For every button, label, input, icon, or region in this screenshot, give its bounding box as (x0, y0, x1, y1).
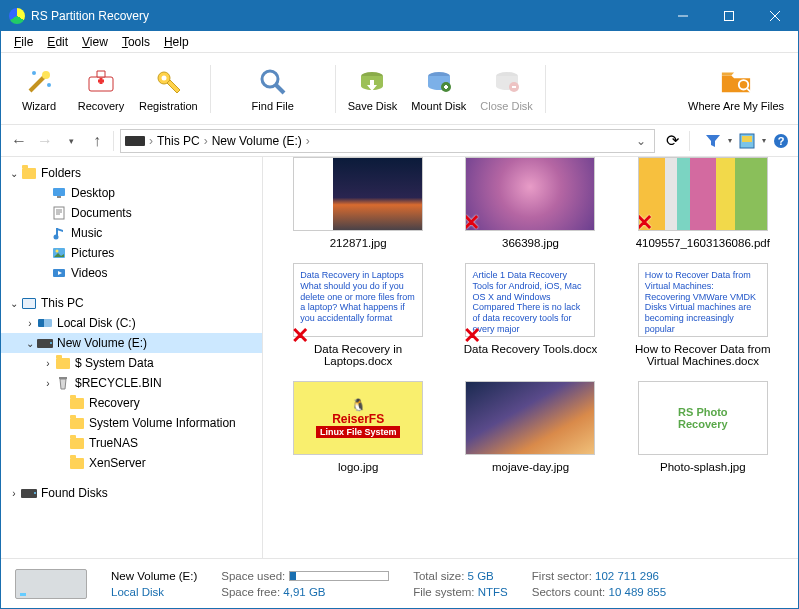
thumbnail: 🐧ReiserFSLinux File System (293, 381, 423, 455)
history-dropdown[interactable]: ▾ (61, 131, 81, 151)
menubar: File Edit View Tools Help (1, 31, 798, 53)
status-fs-label: File system: (413, 586, 474, 598)
file-caption: How to Recover Data from Virtual Machine… (628, 343, 778, 367)
find-file-button[interactable]: Find File (243, 62, 303, 116)
tree-this-pc[interactable]: ⌄This PC (1, 293, 262, 313)
file-caption: mojave-day.jpg (492, 461, 569, 473)
mount-disk-button[interactable]: Mount Disk (405, 62, 472, 116)
back-button[interactable]: ← (9, 131, 29, 151)
status-count-label: Sectors count: (532, 586, 606, 598)
thumbnail: Data Recovery in Laptops What should you… (293, 263, 423, 337)
file-item[interactable]: 🐧ReiserFSLinux File System logo.jpg (279, 381, 437, 473)
tree-local-disk[interactable]: ›Local Disk (C:) (1, 313, 262, 333)
svg-rect-18 (53, 188, 65, 196)
tree-system-data[interactable]: ›$ System Data (1, 353, 262, 373)
chevron-right-icon: › (204, 134, 208, 148)
menu-help[interactable]: Help (157, 33, 196, 51)
file-item[interactable]: Data Recovery in Laptops What should you… (279, 263, 437, 367)
recycle-icon (55, 375, 71, 391)
up-button[interactable]: ↑ (87, 131, 107, 151)
svg-rect-15 (742, 136, 752, 142)
space-meter (289, 571, 389, 581)
disk-icon (21, 485, 37, 501)
svg-point-2 (32, 71, 36, 75)
deleted-icon: ✕ (463, 325, 481, 371)
pc-icon (21, 295, 37, 311)
file-item[interactable]: RS Photo Recovery Photo-splash.jpg (624, 381, 782, 473)
svg-text:?: ? (778, 135, 785, 147)
tree-pictures[interactable]: ›Pictures (1, 243, 262, 263)
menu-edit[interactable]: Edit (40, 33, 75, 51)
filter-button[interactable] (704, 132, 722, 150)
tree-new-volume[interactable]: ⌄New Volume (E:) (1, 333, 262, 353)
thumbnail: ✕ (638, 157, 768, 231)
menu-view[interactable]: View (75, 33, 115, 51)
tree-recycle[interactable]: ›$RECYCLE.BIN (1, 373, 262, 393)
tree-xenserver[interactable]: ›XenServer (1, 453, 262, 473)
breadcrumb-volume[interactable]: New Volume (E:) (212, 134, 302, 148)
thumbnail: Article 1 Data Recovery Tools for Androi… (465, 263, 595, 337)
svg-point-3 (47, 83, 51, 87)
status-vol-name: New Volume (E:) (111, 570, 197, 582)
minimize-button[interactable] (660, 1, 706, 31)
breadcrumb-pc[interactable]: This PC (157, 134, 200, 148)
registration-button[interactable]: Registration (133, 62, 204, 116)
disk-icon (37, 335, 53, 351)
thumbnail: ✕ (465, 157, 595, 231)
recovery-button[interactable]: Recovery (71, 62, 131, 116)
tree-truenas[interactable]: ›TrueNAS (1, 433, 262, 453)
file-caption: 212871.jpg (330, 237, 387, 249)
svg-rect-25 (59, 377, 67, 379)
thumbnail (465, 381, 595, 455)
breadcrumb[interactable]: › This PC › New Volume (E:) › ⌄ (120, 129, 655, 153)
menu-tools[interactable]: Tools (115, 33, 157, 51)
file-item[interactable]: ✕ 366398.jpg (451, 157, 609, 249)
maximize-button[interactable] (706, 1, 752, 31)
file-grid[interactable]: 212871.jpg ✕ 366398.jpg ✕ 4109557_160313… (263, 157, 798, 558)
segment-icon (37, 315, 53, 331)
app-icon (9, 8, 25, 24)
wizard-button[interactable]: Wizard (9, 62, 69, 116)
status-fs-val: NTFS (478, 586, 508, 598)
tree-folders[interactable]: ⌄Folders (1, 163, 262, 183)
svg-rect-19 (57, 196, 61, 198)
music-icon (51, 225, 67, 241)
breadcrumb-dropdown[interactable]: ⌄ (632, 134, 650, 148)
svg-point-23 (56, 250, 59, 253)
forward-button: → (35, 131, 55, 151)
tree-found-disks[interactable]: ›Found Disks (1, 483, 262, 503)
status-count-val: 10 489 855 (609, 586, 667, 598)
file-item[interactable]: mojave-day.jpg (451, 381, 609, 473)
save-disk-button[interactable]: Save Disk (342, 62, 404, 116)
tree-recovery[interactable]: ›Recovery (1, 393, 262, 413)
status-free-val: 4,91 GB (283, 586, 325, 598)
status-first-val: 102 711 296 (595, 570, 659, 582)
documents-icon (51, 205, 67, 221)
tree-svi[interactable]: ›System Volume Information (1, 413, 262, 433)
file-item[interactable]: ✕ 4109557_1603136086.pdf (624, 157, 782, 249)
view-button[interactable] (738, 132, 756, 150)
videos-icon (51, 265, 67, 281)
file-item[interactable]: How to Recover Data from Virtual Machine… (624, 263, 782, 367)
desktop-icon (51, 185, 67, 201)
help-button[interactable]: ? (772, 132, 790, 150)
file-caption: 366398.jpg (502, 237, 559, 249)
close-button[interactable] (752, 1, 798, 31)
where-files-button[interactable]: Where Are My Files (682, 62, 790, 116)
refresh-button[interactable]: ⟳ (661, 130, 683, 152)
svg-point-1 (42, 71, 50, 79)
svg-point-21 (54, 235, 59, 240)
menu-file[interactable]: File (7, 33, 40, 51)
disk-icon (125, 136, 145, 146)
statusbar: New Volume (E:) Local Disk Space used: S… (1, 558, 798, 608)
file-item[interactable]: Article 1 Data Recovery Tools for Androi… (451, 263, 609, 367)
tree-videos[interactable]: ›Videos (1, 263, 262, 283)
tree-desktop[interactable]: ›Desktop (1, 183, 262, 203)
chevron-right-icon: › (149, 134, 153, 148)
close-disk-button: Close Disk (474, 62, 539, 116)
tree-music[interactable]: ›Music (1, 223, 262, 243)
file-item[interactable]: 212871.jpg (279, 157, 437, 249)
tree-documents[interactable]: ›Documents (1, 203, 262, 223)
svg-rect-0 (725, 12, 734, 21)
svg-rect-20 (54, 207, 64, 219)
